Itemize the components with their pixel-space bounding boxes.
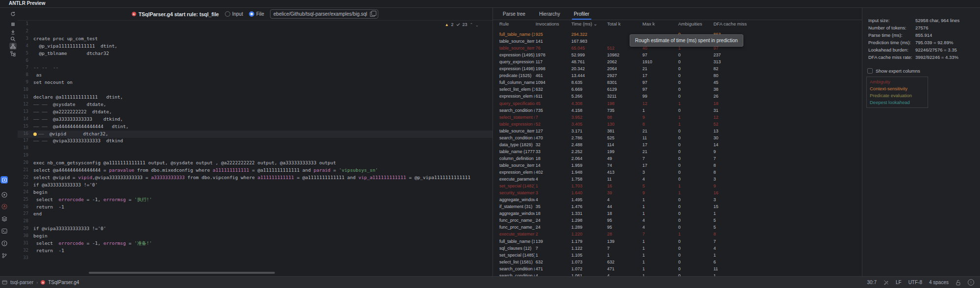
line-number[interactable]: 3: [18, 36, 28, 41]
line-number[interactable]: 7: [18, 65, 28, 70]
readonly-pencil-icon[interactable]: [883, 280, 889, 285]
code-line[interactable]: 6: [18, 57, 492, 65]
code-line[interactable]: 16—— @vipid dtchar32,: [18, 131, 492, 138]
line-number[interactable]: 1: [18, 21, 28, 26]
table-row[interactable]: query_expression (1527)11748.76120621910…: [493, 59, 862, 66]
table-row[interactable]: search_condition (1517)4702.78652511030: [493, 135, 862, 142]
line-number[interactable]: 32: [18, 248, 28, 253]
table-row[interactable]: query_specification (1...454.30819812118: [493, 101, 862, 107]
plugin-a-tool-icon[interactable]: A: [0, 203, 8, 210]
code-line[interactable]: 24begin: [18, 189, 492, 196]
notifications-icon[interactable]: !: [968, 279, 974, 286]
stop-icon[interactable]: [9, 21, 17, 27]
line-number[interactable]: 8: [18, 72, 28, 77]
table-row[interactable]: set_special (1482)11.70316519: [493, 183, 862, 190]
code-line[interactable]: 7-- -- --: [18, 64, 492, 72]
line-number[interactable]: 22: [18, 175, 28, 180]
table-row[interactable]: search_condition (1519)7354.1587351031: [493, 107, 862, 114]
code-line[interactable]: 18: [18, 145, 492, 152]
code-line[interactable]: 17—— —— @vipa333333333333 dtkind: [18, 137, 492, 145]
table-row[interactable]: table_name (1777)332.2521992109: [493, 149, 862, 156]
code-line[interactable]: 29if @vipa333333333333 !='0': [18, 225, 492, 233]
column-header-ambiguities[interactable]: Ambiguities: [678, 21, 702, 26]
code-line[interactable]: 14—— —— @a333333333333 dtkind,: [18, 116, 492, 123]
intention-bulb-icon[interactable]: [33, 132, 37, 136]
table-row[interactable]: search_condition (1516)4711.0724711011: [493, 266, 862, 273]
column-header-invocations[interactable]: Invocations: [536, 21, 559, 26]
line-number[interactable]: 24: [18, 189, 28, 194]
line-number[interactable]: 23: [18, 182, 28, 187]
services-tool-icon[interactable]: [0, 215, 8, 222]
code-line[interactable]: 1: [18, 21, 492, 28]
table-row[interactable]: expression (1498)199820.342206421082: [493, 66, 862, 73]
code-line[interactable]: 15—— —— @a4444444444444444 dtint,: [18, 123, 492, 131]
code-line[interactable]: 19: [18, 152, 492, 159]
table-row[interactable]: expression_elem (1590)6115.266321199026: [493, 93, 862, 100]
table-row[interactable]: sql_clauses (12)71.1227104: [493, 245, 862, 252]
table-row[interactable]: aggregate_windowed...181.33118101: [493, 210, 862, 217]
code-line[interactable]: 5 @p_tblname dtchar32: [18, 50, 492, 57]
table-row[interactable]: select_list (1581)6321.073632106: [493, 259, 862, 266]
line-number[interactable]: 25: [18, 197, 28, 202]
line-number[interactable]: 13: [18, 109, 28, 114]
table-row[interactable]: predicate (1525)46113.444292717080: [493, 73, 862, 79]
table-row[interactable]: expression (1495)197852.99910982970237: [493, 52, 862, 59]
line-number[interactable]: 19: [18, 153, 28, 157]
antlr-preview-tool-icon[interactable]: [0, 176, 8, 183]
code-line[interactable]: 27end: [18, 210, 492, 218]
code-line[interactable]: 22select @vipid = vipid,@vipa33333333333…: [18, 174, 492, 182]
line-number[interactable]: 12: [18, 102, 28, 106]
parse-tree-toggle-icon[interactable]: [9, 43, 17, 50]
code-line[interactable]: 26 return -1: [18, 204, 492, 211]
terminal-tool-icon[interactable]: [0, 227, 8, 235]
line-number[interactable]: 6: [18, 58, 28, 63]
problems-tool-icon[interactable]: [0, 239, 8, 247]
table-row[interactable]: func_proc_name_data...241.29895405: [493, 217, 862, 224]
table-row[interactable]: table_expression (15...523.4051308152: [493, 121, 862, 128]
column-header-dfa-cache-miss[interactable]: DFA cache miss: [713, 21, 747, 26]
line-number[interactable]: 21: [18, 167, 28, 172]
table-row[interactable]: security_statement (7...31.640399116: [493, 190, 862, 197]
code-editor[interactable]: ▲ 2 23 ⌃ ⌃ 123create proc up_com_test4 @…: [18, 21, 492, 276]
code-line[interactable]: 12—— —— @sysdate dtdate,: [18, 101, 492, 108]
horizontal-scrollbar[interactable]: [89, 272, 275, 274]
tab-profiler[interactable]: Profiler: [574, 8, 589, 20]
show-expert-columns-checkbox[interactable]: Show expert columns: [867, 68, 920, 74]
table-row[interactable]: func_proc_name_serv...241.28995405: [493, 224, 862, 231]
line-number[interactable]: 27: [18, 211, 28, 216]
line-number[interactable]: 15: [18, 124, 28, 129]
line-number[interactable]: 14: [18, 116, 28, 121]
breadcrumb-file[interactable]: TSqlParser.g4: [48, 280, 79, 285]
code-line[interactable]: 31 select errorcode = -1, errormsg = '准备…: [18, 240, 492, 247]
code-line[interactable]: 10: [18, 86, 492, 94]
code-line[interactable]: 33: [18, 255, 492, 262]
code-line[interactable]: 4 @p_vipa1111111111111 dtint,: [18, 43, 492, 50]
browse-file-icon[interactable]: [370, 12, 375, 17]
table-row[interactable]: if_statement (31)351.476441015: [493, 204, 862, 210]
table-row[interactable]: execute_statement (43...21.22028718: [493, 231, 862, 238]
table-row[interactable]: full_column_name (17...10948.63583019704…: [493, 79, 862, 86]
unlocked-icon[interactable]: [956, 280, 961, 286]
code-line[interactable]: 23if @a333333333333 !='0': [18, 182, 492, 189]
file-path-field[interactable]: ebelice/Github/tsql-parser/examples/big.…: [270, 9, 378, 19]
git-branch-tool-icon[interactable]: [0, 252, 8, 259]
code-line[interactable]: 11declare @a1111111111111 dtint,: [18, 94, 492, 101]
code-line[interactable]: 32 return -1: [18, 247, 492, 255]
line-number[interactable]: 33: [18, 255, 28, 260]
column-header-max-k[interactable]: Max k: [642, 21, 655, 26]
code-line[interactable]: 21select @a444444444444444 = paravalue f…: [18, 167, 492, 174]
line-number[interactable]: 20: [18, 160, 28, 165]
code-line[interactable]: 13—— —— @a2222222222 dtdate,: [18, 108, 492, 116]
line-number[interactable]: 28: [18, 218, 28, 223]
line-number[interactable]: 31: [18, 240, 28, 245]
code-line[interactable]: 30begin: [18, 233, 492, 240]
table-row[interactable]: full_table_name (1773)1391.179139107: [493, 238, 862, 245]
search-icon[interactable]: [9, 35, 17, 42]
column-header-rule[interactable]: Rule: [499, 21, 509, 26]
code-line[interactable]: 2: [18, 28, 492, 35]
run-tool-icon[interactable]: [0, 191, 8, 198]
breadcrumb-root[interactable]: tsql-parser: [10, 280, 33, 285]
tab-hierarchy[interactable]: Hierarchy: [539, 8, 560, 20]
file-radio[interactable]: File: [249, 11, 264, 17]
file-encoding[interactable]: UTF-8: [908, 280, 922, 285]
